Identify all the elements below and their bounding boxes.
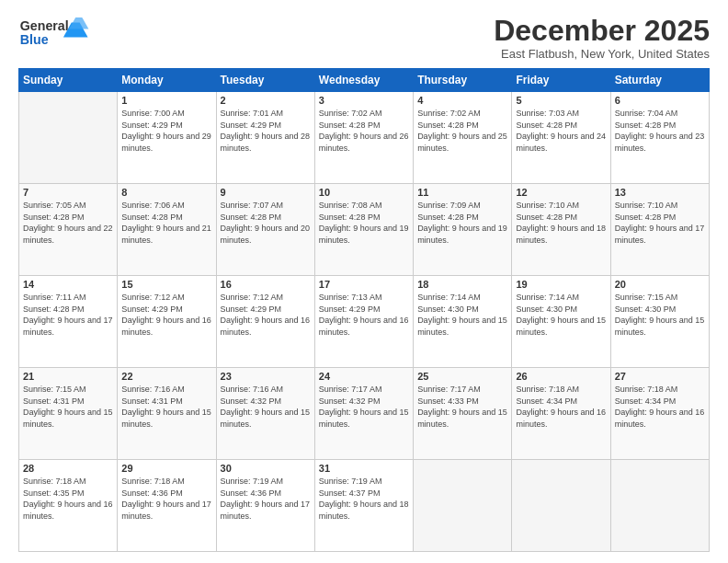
day-info: Sunrise: 7:05 AMSunset: 4:28 PMDaylight:… [23,200,113,246]
sunrise-text: Sunrise: 7:08 AM [319,201,382,210]
day-info: Sunrise: 7:06 AMSunset: 4:28 PMDaylight:… [121,200,211,246]
sunrise-text: Sunrise: 7:16 AM [121,385,185,394]
daylight-text: Daylight: 9 hours and 17 minutes. [615,224,705,245]
sunrise-text: Sunrise: 7:13 AM [319,293,382,302]
sunrise-text: Sunrise: 7:10 AM [615,201,678,210]
daylight-text: Daylight: 9 hours and 15 minutes. [121,408,211,429]
day-number: 15 [121,279,211,290]
sunrise-text: Sunrise: 7:16 AM [221,385,284,394]
daylight-text: Daylight: 9 hours and 15 minutes. [516,316,606,337]
day-info: Sunrise: 7:17 AMSunset: 4:32 PMDaylight:… [319,384,409,430]
day-info: Sunrise: 7:08 AMSunset: 4:28 PMDaylight:… [319,200,409,246]
sunset-text: Sunset: 4:34 PM [516,396,577,406]
day-number: 16 [221,279,311,290]
daylight-text: Daylight: 9 hours and 24 minutes. [516,132,606,153]
calendar-week-row: 7Sunrise: 7:05 AMSunset: 4:28 PMDaylight… [19,184,710,276]
sunset-text: Sunset: 4:30 PM [615,304,677,314]
day-info: Sunrise: 7:15 AMSunset: 4:31 PMDaylight:… [23,384,113,430]
sunset-text: Sunset: 4:36 PM [221,488,282,498]
daylight-text: Daylight: 9 hours and 15 minutes. [319,408,409,429]
sunset-text: Sunset: 4:28 PM [615,213,677,222]
sunset-text: Sunset: 4:28 PM [221,213,282,222]
sunset-text: Sunset: 4:28 PM [417,213,479,222]
sunset-text: Sunset: 4:28 PM [23,213,85,222]
table-row: 2Sunrise: 7:01 AMSunset: 4:29 PMDaylight… [216,92,314,184]
daylight-text: Daylight: 9 hours and 20 minutes. [221,224,311,245]
day-number: 2 [221,95,311,106]
sunrise-text: Sunrise: 7:19 AM [319,477,382,486]
table-row: 1Sunrise: 7:00 AMSunset: 4:29 PMDaylight… [118,92,216,184]
table-row [610,460,709,552]
sunset-text: Sunset: 4:28 PM [121,213,183,222]
daylight-text: Daylight: 9 hours and 16 minutes. [23,500,113,521]
day-info: Sunrise: 7:18 AMSunset: 4:34 PMDaylight:… [516,384,606,430]
sunset-text: Sunset: 4:29 PM [221,304,282,314]
day-number: 22 [121,371,211,382]
table-row: 8Sunrise: 7:06 AMSunset: 4:28 PMDaylight… [118,184,216,276]
calendar-title: December 2025 [494,15,710,47]
table-row: 6Sunrise: 7:04 AMSunset: 4:28 PMDaylight… [610,92,709,184]
day-number: 9 [221,187,311,198]
sunrise-text: Sunrise: 7:12 AM [221,293,284,302]
day-number: 25 [417,371,507,382]
day-info: Sunrise: 7:18 AMSunset: 4:35 PMDaylight:… [23,476,113,522]
sunrise-text: Sunrise: 7:14 AM [516,293,579,302]
table-row: 25Sunrise: 7:17 AMSunset: 4:33 PMDayligh… [414,368,512,460]
sunrise-text: Sunrise: 7:17 AM [319,385,382,394]
calendar-week-row: 21Sunrise: 7:15 AMSunset: 4:31 PMDayligh… [19,368,710,460]
day-number: 20 [615,279,705,290]
day-number: 31 [319,463,409,474]
table-row: 11Sunrise: 7:09 AMSunset: 4:28 PMDayligh… [414,184,512,276]
sunset-text: Sunset: 4:34 PM [615,396,677,406]
day-number: 7 [23,187,113,198]
daylight-text: Daylight: 9 hours and 25 minutes. [417,132,507,153]
sunset-text: Sunset: 4:28 PM [319,213,381,222]
sunset-text: Sunset: 4:37 PM [319,488,381,498]
page: General Blue December 2025 East Flatbush… [0,0,728,563]
sunset-text: Sunset: 4:29 PM [319,304,381,314]
day-number: 27 [615,371,705,382]
day-info: Sunrise: 7:15 AMSunset: 4:30 PMDaylight:… [615,292,705,338]
day-number: 11 [417,187,507,198]
daylight-text: Daylight: 9 hours and 18 minutes. [516,224,606,245]
day-number: 1 [121,95,211,106]
day-number: 29 [121,463,211,474]
sunrise-text: Sunrise: 7:19 AM [221,477,284,486]
day-number: 14 [23,279,113,290]
day-number: 5 [516,95,606,106]
sunset-text: Sunset: 4:31 PM [121,396,183,406]
table-row: 3Sunrise: 7:02 AMSunset: 4:28 PMDaylight… [314,92,413,184]
table-row: 9Sunrise: 7:07 AMSunset: 4:28 PMDaylight… [216,184,314,276]
sunrise-text: Sunrise: 7:12 AM [121,293,185,302]
sunrise-text: Sunrise: 7:18 AM [121,477,185,486]
day-number: 10 [319,187,409,198]
daylight-text: Daylight: 9 hours and 17 minutes. [121,500,211,521]
sunrise-text: Sunrise: 7:02 AM [319,109,382,118]
sunset-text: Sunset: 4:29 PM [221,121,282,130]
title-block: December 2025 East Flatbush, New York, U… [494,15,710,61]
day-info: Sunrise: 7:16 AMSunset: 4:31 PMDaylight:… [121,384,211,430]
day-info: Sunrise: 7:02 AMSunset: 4:28 PMDaylight:… [319,108,409,154]
sunrise-text: Sunrise: 7:04 AM [615,109,678,118]
sunrise-text: Sunrise: 7:06 AM [121,201,185,210]
daylight-text: Daylight: 9 hours and 15 minutes. [417,408,507,429]
table-row: 28Sunrise: 7:18 AMSunset: 4:35 PMDayligh… [19,460,118,552]
sunset-text: Sunset: 4:28 PM [516,121,577,130]
table-row [19,92,118,184]
table-row: 22Sunrise: 7:16 AMSunset: 4:31 PMDayligh… [118,368,216,460]
day-number: 28 [23,463,113,474]
table-row: 18Sunrise: 7:14 AMSunset: 4:30 PMDayligh… [414,276,512,368]
svg-text:Blue: Blue [20,32,49,47]
weekday-header-row: Sunday Monday Tuesday Wednesday Thursday… [19,69,710,92]
sunset-text: Sunset: 4:31 PM [23,396,85,406]
day-info: Sunrise: 7:02 AMSunset: 4:28 PMDaylight:… [417,108,507,154]
header-tuesday: Tuesday [216,69,314,92]
day-info: Sunrise: 7:03 AMSunset: 4:28 PMDaylight:… [516,108,606,154]
sunrise-text: Sunrise: 7:02 AM [417,109,481,118]
daylight-text: Daylight: 9 hours and 21 minutes. [121,224,211,245]
table-row: 7Sunrise: 7:05 AMSunset: 4:28 PMDaylight… [19,184,118,276]
day-info: Sunrise: 7:18 AMSunset: 4:34 PMDaylight:… [615,384,705,430]
table-row: 23Sunrise: 7:16 AMSunset: 4:32 PMDayligh… [216,368,314,460]
table-row: 19Sunrise: 7:14 AMSunset: 4:30 PMDayligh… [512,276,610,368]
sunset-text: Sunset: 4:28 PM [417,121,479,130]
